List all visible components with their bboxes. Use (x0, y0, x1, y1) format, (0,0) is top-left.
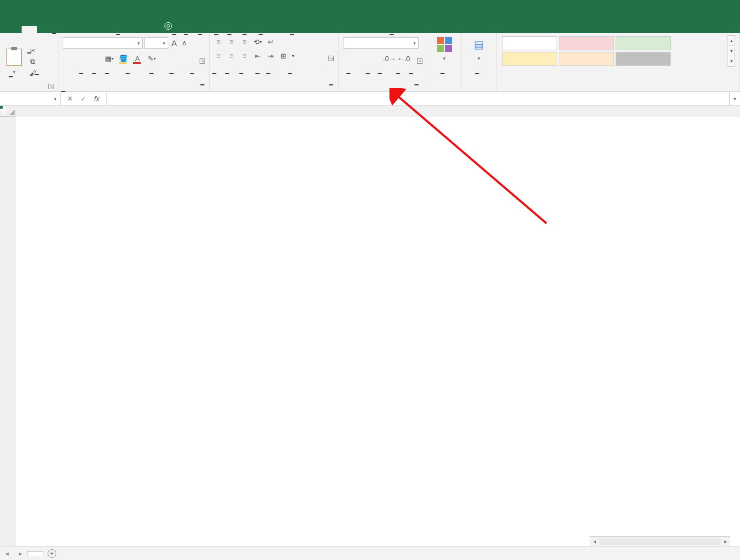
formula-bar-expand[interactable]: ▾ (729, 92, 740, 105)
merge-icon: ⊞ (279, 51, 288, 60)
style-calc[interactable] (559, 52, 614, 66)
name-box[interactable]: ▾ (0, 92, 61, 105)
font-name-combo[interactable] (63, 37, 143, 49)
sheet-nav-prev[interactable]: ◂ (5, 550, 9, 557)
fill-color-button[interactable]: 🪣 (119, 54, 128, 63)
accounting-format-button[interactable] (343, 54, 352, 63)
style-neutral[interactable] (502, 52, 557, 66)
wrap-text-button[interactable]: ↩ (266, 37, 277, 46)
copy-icon: ⧉ (28, 57, 37, 66)
tab-home[interactable] (22, 26, 37, 33)
italic-button[interactable] (77, 54, 85, 63)
keytip (79, 73, 83, 74)
cell-styles-gallery[interactable]: ▴▾▾ (501, 35, 735, 67)
paste-button[interactable]: ▾ (4, 48, 24, 76)
orientation-button[interactable]: ⟲▾ (253, 37, 262, 46)
column-headers[interactable] (16, 106, 740, 117)
align-right-button[interactable]: ≡ (240, 51, 249, 60)
border-button[interactable]: ▦▾ (105, 54, 114, 63)
sheet-tab[interactable] (27, 551, 43, 556)
font-size-combo[interactable] (144, 37, 168, 49)
tab-data[interactable] (82, 26, 97, 33)
formula-input[interactable] (107, 92, 729, 105)
align-left-button[interactable]: ≡ (214, 51, 223, 60)
decrease-indent-button[interactable]: ⇤ (253, 51, 262, 60)
bold-button[interactable] (63, 54, 71, 63)
sheet-tab-bar: ◂▸ + (0, 546, 740, 560)
keytip (169, 73, 174, 74)
keytip (27, 52, 31, 54)
tell-me-search[interactable] (158, 19, 182, 33)
sheet-nav-next[interactable]: ▸ (19, 550, 22, 557)
format-painter-button[interactable]: 🖌 (28, 69, 39, 77)
font-color-button[interactable]: A (133, 54, 142, 63)
tab-review[interactable] (97, 26, 113, 33)
keytip (329, 84, 333, 85)
decrease-decimal-button[interactable]: ←.0 (399, 54, 408, 63)
tab-help[interactable] (128, 26, 143, 33)
keytip (366, 73, 370, 74)
keytip (389, 34, 394, 35)
align-top-button[interactable]: ≡ (214, 37, 223, 46)
keytip (184, 34, 188, 35)
tab-view[interactable] (113, 26, 128, 33)
shrink-font-button[interactable]: A (180, 39, 189, 48)
align-middle-button[interactable]: ≡ (227, 37, 236, 46)
font-dialog-launcher[interactable]: ↘ (200, 58, 205, 64)
number-dialog-launcher[interactable]: ↘ (417, 58, 422, 64)
keytip (396, 73, 400, 74)
keytip (149, 73, 154, 74)
keytip (409, 73, 413, 74)
style-good[interactable] (616, 36, 671, 50)
clipboard-dialog-launcher[interactable]: ↘ (48, 84, 54, 89)
keytip (190, 73, 194, 74)
grow-font-button[interactable]: A (170, 39, 179, 48)
tab-file[interactable] (6, 26, 22, 33)
copy-button[interactable]: ⧉ (28, 57, 39, 66)
tab-formulas[interactable] (67, 26, 82, 33)
style-bad[interactable] (559, 36, 614, 50)
ribbon: ▾ ✂ ⧉ 🖌 ↘ A A ▦▾ 🪣 A ✎▾ (0, 33, 740, 92)
comma-button[interactable] (371, 54, 380, 63)
horizontal-scrollbar[interactable]: ◂▸ (590, 536, 730, 546)
keytip (105, 73, 109, 74)
keytip (61, 91, 65, 92)
keytip (266, 73, 270, 74)
underline-button[interactable] (91, 54, 100, 63)
phonetic-button[interactable]: ✎▾ (147, 54, 156, 63)
increase-decimal-button[interactable]: .0→ (385, 54, 394, 63)
align-dialog-launcher[interactable]: ↘ (328, 56, 334, 61)
keytip (9, 76, 13, 77)
cells-area[interactable] (16, 117, 740, 546)
keytip (116, 34, 120, 35)
conditional-format-button[interactable]: ▾ (432, 35, 457, 91)
tab-pdf-tools[interactable] (143, 26, 158, 33)
styles-more-button[interactable]: ▴▾▾ (728, 35, 735, 67)
number-format-combo[interactable] (343, 37, 419, 49)
merge-center-button[interactable]: ⊞▾ (279, 51, 294, 60)
style-check-cell[interactable] (616, 52, 671, 66)
ribbon-tabs (0, 15, 740, 33)
keytip (227, 34, 232, 35)
new-sheet-button[interactable]: + (48, 549, 56, 558)
keytip (242, 34, 247, 35)
confirm-entry-button[interactable]: ✓ (81, 95, 87, 103)
worksheet-grid[interactable] (0, 106, 740, 546)
insert-function-button[interactable]: fx (94, 95, 100, 103)
keytip (200, 84, 204, 85)
keytip (346, 73, 351, 74)
keytip (52, 33, 56, 34)
keytip (255, 73, 260, 74)
cancel-entry-button[interactable]: ✕ (67, 95, 73, 103)
clipboard-icon (6, 49, 22, 66)
row-headers[interactable] (0, 117, 16, 546)
percent-button[interactable] (357, 54, 366, 63)
conditional-format-icon (437, 36, 453, 52)
increase-indent-button[interactable]: ⇥ (266, 51, 275, 60)
format-as-table-button[interactable]: ▤ ▾ (466, 35, 492, 91)
tab-insert[interactable] (37, 26, 52, 33)
tab-page-layout[interactable] (52, 26, 67, 33)
style-normal[interactable] (502, 36, 557, 50)
align-bottom-button[interactable]: ≡ (240, 37, 249, 46)
align-center-button[interactable]: ≡ (227, 51, 236, 60)
